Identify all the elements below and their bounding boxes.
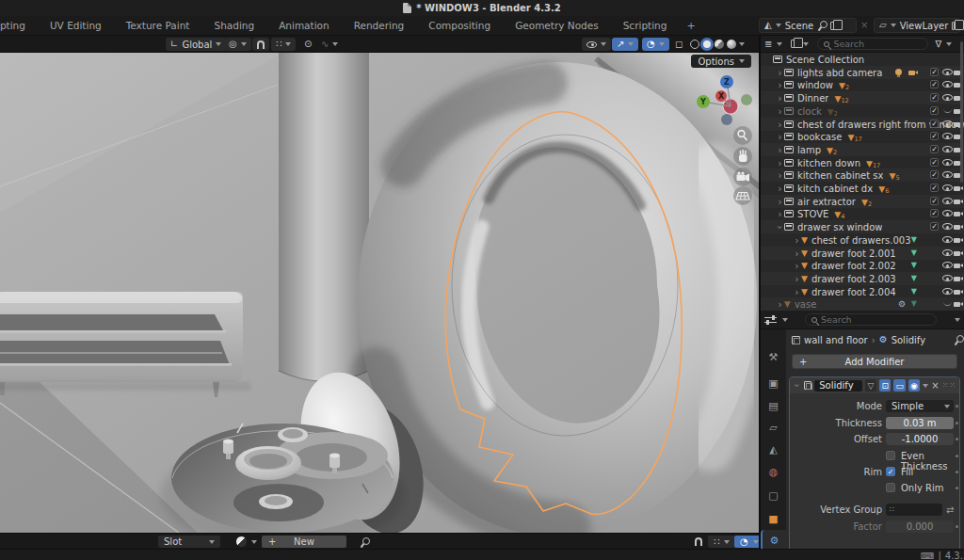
workspace-tab-shading[interactable]: Shading <box>201 16 266 36</box>
properties-tab-output[interactable]: ▤ <box>761 395 786 416</box>
modifier-panel-header[interactable]: › Solidify ▽ ⊡ ▭ ◉ × ⁙⁙ <box>790 377 959 393</box>
expand-arrow-icon[interactable]: › <box>776 132 784 142</box>
properties-tab-world[interactable]: ◍ <box>761 461 786 482</box>
snap-toggle[interactable] <box>689 536 708 548</box>
invert-vertex-group-icon[interactable]: ⇄ <box>946 504 954 515</box>
expand-arrow-icon[interactable]: › <box>776 120 784 130</box>
outliner-object-vase[interactable]: ›▼vase⚙▼ <box>761 297 964 311</box>
exclude-checkbox[interactable]: ✓ <box>930 68 939 76</box>
edit-mode-toggle[interactable]: ⊡ <box>879 379 891 392</box>
snap-toggle[interactable] <box>252 38 269 51</box>
workspace-tab-lpting[interactable]: lpting <box>0 16 38 36</box>
outliner-collection-kitch-cabinet-dx[interactable]: ›kitch cabinet dx▼6✓ <box>761 182 964 195</box>
3d-viewport[interactable]: Z X Y <box>0 53 759 533</box>
render-visibility-icon[interactable] <box>954 210 964 217</box>
new-scene-icon[interactable] <box>830 22 838 30</box>
exclude-checkbox[interactable]: ✓ <box>930 132 939 140</box>
exclude-checkbox[interactable]: ✓ <box>930 184 939 192</box>
even-thickness-checkbox[interactable] <box>886 451 895 460</box>
render-visibility-icon[interactable] <box>954 262 964 269</box>
visibility-eye-icon[interactable] <box>942 275 953 281</box>
visibility-eye-icon[interactable] <box>942 210 953 216</box>
snap-settings-dropdown[interactable]: ∷ <box>708 536 735 548</box>
properties-tab-collection[interactable]: ▢ <box>761 485 786 505</box>
axis-z-negative-handle[interactable] <box>721 114 732 125</box>
editor-type-icon[interactable] <box>764 315 777 325</box>
workspace-tab-rendering[interactable]: Rendering <box>342 16 417 36</box>
drag-handle-icon[interactable]: ⁙⁙ <box>942 381 956 390</box>
outliner-object-drawer-foot-2-001[interactable]: ›▼drawer foot 2.001▼ <box>761 247 964 260</box>
properties-tab-scene[interactable]: ◭ <box>761 439 786 459</box>
properties-tab-view-layer[interactable]: ▱ <box>761 417 786 438</box>
expand-arrow-icon[interactable]: › <box>776 170 784 181</box>
transform-orientation-dropdown[interactable]: ∟ Global <box>166 38 226 51</box>
workspace-tab-compositing[interactable]: Compositing <box>416 16 503 36</box>
shading-rendered-button[interactable] <box>727 40 736 49</box>
properties-tab-render[interactable]: ▣ <box>761 373 786 393</box>
render-visibility-icon[interactable] <box>954 184 964 192</box>
visibility-eye-closed-icon[interactable] <box>943 301 952 306</box>
unlink-scene-button[interactable]: × <box>860 20 868 30</box>
exclude-checkbox[interactable]: ✓ <box>930 80 939 88</box>
render-visibility-icon[interactable] <box>954 300 964 308</box>
expand-arrow-icon[interactable]: › <box>776 93 784 104</box>
pin-icon[interactable] <box>954 335 963 345</box>
render-toggle[interactable]: ◉ <box>908 379 920 392</box>
workspace-tab-scripting[interactable]: Scripting <box>611 16 680 36</box>
sideboard-object[interactable] <box>0 292 250 397</box>
expand-arrow-icon[interactable]: › <box>776 158 784 168</box>
expand-arrow-icon[interactable]: › <box>793 248 801 259</box>
breadcrumb-object[interactable]: wall and floor <box>804 335 868 345</box>
expand-arrow-icon[interactable]: › <box>776 184 784 194</box>
shading-material-button[interactable] <box>715 40 724 49</box>
offset-slider[interactable]: -1.0000 <box>886 433 954 445</box>
workspace-tab-uv-editing[interactable]: UV Editing <box>38 16 114 36</box>
outliner-object-drawer-foot-2-004[interactable]: ›▼drawer foot 2.004▼ <box>761 285 964 298</box>
outliner-collection-drawer-sx-window[interactable]: ›drawer sx window✓ <box>761 220 964 233</box>
outliner-scrollbar[interactable] <box>960 41 963 183</box>
exclude-checkbox[interactable]: ✓ <box>930 158 939 167</box>
on-cage-toggle[interactable]: ▽ <box>865 379 876 392</box>
animate-dot[interactable] <box>956 405 958 408</box>
animate-dot[interactable] <box>956 471 958 473</box>
exclude-checkbox[interactable]: ✓ <box>930 120 939 128</box>
slot-dropdown[interactable]: Slot <box>158 536 220 548</box>
modifier-name-field[interactable]: Solidify <box>814 380 862 392</box>
expand-arrow-icon[interactable]: › <box>776 209 784 219</box>
animate-dot[interactable] <box>956 455 958 457</box>
visibility-eye-icon[interactable] <box>942 146 953 152</box>
visibility-eye-icon[interactable] <box>942 223 953 230</box>
filter-id-type-dropdown[interactable] <box>791 40 798 48</box>
shading-solid-button[interactable] <box>702 40 712 49</box>
outliner-collection-kitchen-cabinet-sx[interactable]: ›kitchen cabinet sx▼5✓ <box>761 168 964 182</box>
extras-chevron-icon[interactable] <box>923 384 928 388</box>
expand-arrow-icon[interactable]: › <box>776 68 784 78</box>
overlays-toggle[interactable]: ◔ <box>642 38 669 51</box>
object-visibility-dropdown[interactable] <box>582 38 611 51</box>
add-workspace-button[interactable]: + <box>679 20 702 32</box>
visibility-eye-icon[interactable] <box>942 249 953 256</box>
proportional-editing-toggle[interactable]: ⊙ <box>299 38 316 51</box>
outliner-object-drawer-foot-2-003[interactable]: ›▼drawer foot 2.003▼ <box>761 272 964 285</box>
visibility-eye-icon[interactable] <box>942 69 953 75</box>
properties-tab-tool[interactable]: ⚒ <box>761 346 786 367</box>
outliner-collection-stove[interactable]: ›STOVE▼4✓ <box>761 207 964 220</box>
proportional-falloff-dropdown[interactable]: ∿ <box>316 38 343 51</box>
render-visibility-icon[interactable] <box>954 288 964 296</box>
pan-hand-button[interactable] <box>733 147 752 166</box>
visibility-eye-closed-icon[interactable] <box>943 108 952 113</box>
add-modifier-button[interactable]: + Add Modifier <box>792 354 957 369</box>
render-visibility-icon[interactable] <box>954 198 964 205</box>
pivot-point-dropdown[interactable]: ◎ <box>224 38 251 51</box>
workspace-tab-geometry-nodes[interactable]: Geometry Nodes <box>503 16 611 36</box>
properties-tab-modifiers[interactable]: ⚙ <box>761 530 786 549</box>
visibility-eye-icon[interactable] <box>942 159 953 166</box>
animate-dot[interactable] <box>956 438 958 440</box>
vertex-group-field[interactable]: ∷ <box>886 504 942 516</box>
thickness-slider[interactable]: 0.03 m <box>886 417 954 429</box>
pin-icon[interactable] <box>360 537 369 548</box>
visibility-eye-icon[interactable] <box>942 133 953 139</box>
options-chevron-icon[interactable] <box>955 318 960 322</box>
expand-arrow-icon[interactable]: › <box>792 381 802 390</box>
properties-search-input[interactable] <box>821 314 930 325</box>
